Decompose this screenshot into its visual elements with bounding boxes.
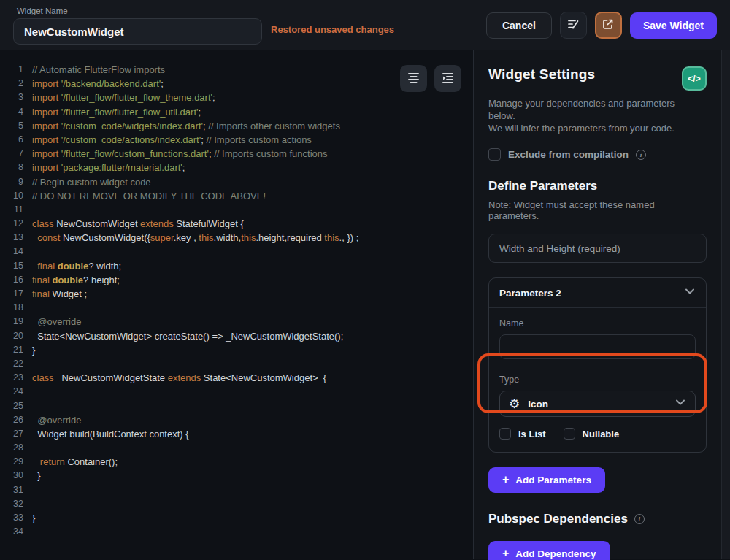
code-line[interactable]: 10// DO NOT REMOVE OR MODIFY THE CODE AB…	[0, 189, 473, 203]
code-line[interactable]: 8import 'package:flutter/material.dart';	[0, 161, 473, 174]
code-line-content: import '/custom_code/widgets/index.dart'…	[32, 119, 340, 133]
code-line[interactable]: 24	[0, 385, 473, 399]
line-number: 15	[0, 259, 23, 273]
line-number: 7	[0, 147, 23, 161]
define-parameters-title: Define Parameters	[488, 179, 707, 193]
main-area: 1// Automatic FlutterFlow imports2import…	[0, 50, 730, 559]
code-line[interactable]: 11	[0, 203, 473, 217]
add-parameters-button[interactable]: + Add Parameters	[488, 467, 605, 493]
open-in-new-icon	[602, 18, 615, 33]
code-line[interactable]: 26 @override	[0, 413, 473, 427]
code-line[interactable]: 12class NewCustomWidget extends Stateful…	[0, 217, 473, 231]
indent-lines-button[interactable]	[434, 65, 461, 92]
description-line-2: We will infer the parameters from your c…	[488, 122, 704, 134]
line-number: 9	[0, 175, 23, 189]
line-number: 24	[0, 385, 23, 399]
code-line[interactable]: 17final Widget ;	[0, 287, 473, 301]
panel-title: Widget Settings	[488, 66, 595, 83]
code-editor[interactable]: 1// Automatic FlutterFlow imports2import…	[0, 50, 473, 559]
code-line[interactable]: 21}	[0, 343, 473, 357]
code-line[interactable]: 34	[0, 525, 473, 539]
code-line[interactable]: 32	[0, 497, 473, 511]
code-line[interactable]: 18	[0, 301, 473, 315]
line-number: 25	[0, 399, 23, 413]
line-number: 6	[0, 133, 23, 147]
code-line[interactable]: 4import '/flutter_flow/flutter_flow_util…	[0, 105, 473, 119]
line-number: 21	[0, 343, 23, 357]
code-line[interactable]: 31	[0, 483, 473, 497]
code-line[interactable]: 23class _NewCustomWidgetState extends St…	[0, 371, 473, 385]
param-type-value: Icon	[528, 399, 548, 410]
indent-lines-icon	[441, 71, 455, 87]
code-line[interactable]: 28	[0, 441, 473, 455]
code-line[interactable]: 16final double? height;	[0, 273, 473, 287]
cancel-button[interactable]: Cancel	[486, 12, 552, 39]
widget-name-group: Widget Name	[13, 0, 262, 45]
code-line-content: @override	[32, 315, 81, 329]
pubspec-dependencies-header: Pubspec Dependencies i	[488, 512, 707, 526]
is-list-checkbox[interactable]	[499, 428, 511, 440]
code-line[interactable]: 33}	[0, 511, 473, 525]
line-number: 5	[0, 119, 23, 133]
exclude-compilation-label: Exclude from compilation	[508, 149, 629, 160]
define-parameters-note: Note: Widget must accept these named par…	[488, 199, 707, 221]
line-number: 2	[0, 77, 23, 91]
code-line[interactable]: 30 }	[0, 469, 473, 483]
parameter-card-body: Name Type ⚙ Icon Is List Null	[489, 308, 706, 452]
gear-icon: ⚙	[509, 398, 520, 410]
line-number: 28	[0, 441, 23, 455]
nullable-checkbox[interactable]	[564, 428, 575, 440]
save-widget-button[interactable]: Save Widget	[630, 12, 717, 39]
param-type-dropdown[interactable]: ⚙ Icon	[499, 391, 696, 417]
code-line-content: const NewCustomWidget({super.key , this.…	[32, 231, 358, 245]
line-number: 18	[0, 301, 23, 315]
code-line-content: @override	[32, 413, 81, 427]
code-line[interactable]: 5import '/custom_code/widgets/index.dart…	[0, 119, 473, 133]
code-line[interactable]: 19 @override	[0, 315, 473, 329]
add-parameters-label: Add Parameters	[515, 475, 591, 486]
line-number: 30	[0, 469, 23, 483]
line-number: 11	[0, 203, 23, 217]
code-line[interactable]: 25	[0, 399, 473, 413]
line-number: 1	[0, 63, 23, 77]
code-line-content: Widget build(BuildContext context) {	[32, 427, 189, 441]
open-in-new-button[interactable]	[595, 12, 622, 39]
code-line[interactable]: 7import '/flutter_flow/custom_functions.…	[0, 147, 473, 161]
format-code-button[interactable]	[560, 12, 587, 39]
code-line[interactable]: 27 Widget build(BuildContext context) {	[0, 427, 473, 441]
info-icon[interactable]: i	[634, 514, 645, 524]
info-icon[interactable]: i	[636, 150, 646, 160]
code-line[interactable]: 14	[0, 245, 473, 258]
parameter-card: Parameters 2 Name Type ⚙ Icon	[488, 277, 707, 453]
code-line[interactable]: 20 State<NewCustomWidget> createState() …	[0, 329, 473, 343]
exclude-compilation-checkbox[interactable]	[488, 148, 501, 161]
code-line-content: import '/custom_code/actions/index.dart'…	[32, 133, 312, 147]
line-number: 13	[0, 231, 23, 245]
param-name-input[interactable]	[499, 334, 696, 359]
line-number: 17	[0, 287, 23, 301]
parameter-card-header[interactable]: Parameters 2	[489, 278, 706, 308]
width-height-parameter-box[interactable]: Width and Height (required)	[488, 234, 707, 263]
code-line[interactable]: 3import '/flutter_flow/flutter_flow_them…	[0, 91, 473, 104]
code-line-content: import 'package:flutter/material.dart';	[32, 161, 185, 174]
code-line-content: }	[32, 511, 35, 525]
top-bar: Widget Name Restored unsaved changes Can…	[0, 0, 730, 50]
code-view-toggle-button[interactable]: </>	[682, 66, 707, 91]
pubspec-dependencies-title: Pubspec Dependencies	[488, 512, 628, 526]
code-line[interactable]: 13 const NewCustomWidget({super.key , th…	[0, 231, 473, 245]
widget-settings-panel: Widget Settings </> Manage your dependen…	[473, 50, 730, 559]
code-line[interactable]: 22	[0, 357, 473, 371]
widget-name-label: Widget Name	[17, 7, 262, 15]
nullable-label: Nullable	[583, 429, 620, 440]
unsaved-changes-status: Restored unsaved changes	[271, 24, 394, 35]
code-line-content: import '/flutter_flow/custom_functions.d…	[32, 147, 328, 161]
code-line[interactable]: 15 final double? width;	[0, 259, 473, 273]
plus-icon: +	[502, 474, 509, 486]
align-center-lines-button[interactable]	[400, 65, 427, 92]
add-dependency-button[interactable]: + Add Dependency	[488, 541, 610, 560]
widget-name-input[interactable]	[13, 18, 262, 45]
code-line[interactable]: 29 return Container();	[0, 455, 473, 469]
code-line[interactable]: 6import '/custom_code/actions/index.dart…	[0, 133, 473, 147]
code-line[interactable]: 9// Begin custom widget code	[0, 175, 473, 189]
line-number: 32	[0, 497, 23, 511]
